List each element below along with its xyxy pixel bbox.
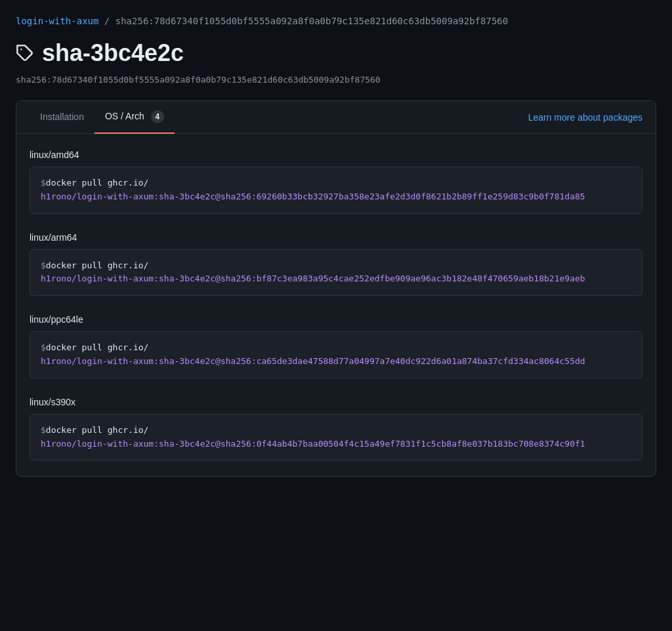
code-cmd-prefix: docker pull ghcr.io/ <box>46 259 149 273</box>
code-prompt: $ <box>41 176 46 190</box>
arch-label: linux/ppc64le <box>30 314 642 325</box>
code-block: $ docker pull ghcr.io/h1rono/login-with-… <box>30 414 642 461</box>
arch-label: linux/arm64 <box>30 232 642 243</box>
tabs-left: Installation OS / Arch 4 <box>30 101 175 133</box>
code-link-part[interactable]: h1rono/login-with-axum:sha-3bc4e2c@sha25… <box>41 355 585 369</box>
tag-icon <box>16 44 34 62</box>
tab-installation[interactable]: Installation <box>30 102 94 132</box>
arch-label: linux/s390x <box>30 397 642 407</box>
breadcrumb: login-with-axum / sha256:78d67340f1055d0… <box>16 16 656 26</box>
sha-subtitle: sha256:78d67340f1055d0bf5555a092a8f0a0b7… <box>16 75 656 85</box>
tabs-container: Installation OS / Arch 4 Learn more abou… <box>16 100 656 477</box>
code-prompt: $ <box>41 341 46 355</box>
tabs-body: linux/amd64$ docker pull ghcr.io/h1rono/… <box>16 134 656 476</box>
arch-label: linux/amd64 <box>30 150 642 160</box>
code-prompt: $ <box>41 259 46 273</box>
tabs-header: Installation OS / Arch 4 Learn more abou… <box>16 101 656 134</box>
code-line: $ docker pull ghcr.io/h1rono/login-with-… <box>41 259 631 287</box>
breadcrumb-current: sha256:78d67340f1055d0bf5555a092a8f0a0b7… <box>116 16 508 26</box>
code-link-part[interactable]: h1rono/login-with-axum:sha-3bc4e2c@sha25… <box>41 272 585 286</box>
code-cmd-prefix: docker pull ghcr.io/ <box>46 341 149 355</box>
code-link-part[interactable]: h1rono/login-with-axum:sha-3bc4e2c@sha25… <box>41 438 585 451</box>
code-line: $ docker pull ghcr.io/h1rono/login-with-… <box>41 341 631 369</box>
code-block: $ docker pull ghcr.io/h1rono/login-with-… <box>30 167 642 214</box>
code-block: $ docker pull ghcr.io/h1rono/login-with-… <box>30 249 642 296</box>
code-link-part[interactable]: h1rono/login-with-axum:sha-3bc4e2c@sha25… <box>41 190 585 204</box>
arch-section: linux/amd64$ docker pull ghcr.io/h1rono/… <box>30 150 642 214</box>
code-line: $ docker pull ghcr.io/h1rono/login-with-… <box>41 424 631 451</box>
tab-os-arch-badge: 4 <box>151 110 164 123</box>
page-title-area: sha-3bc4e2c <box>16 39 656 67</box>
code-block: $ docker pull ghcr.io/h1rono/login-with-… <box>30 331 642 378</box>
arch-section: linux/ppc64le$ docker pull ghcr.io/h1ron… <box>30 314 642 378</box>
code-prompt: $ <box>41 424 46 438</box>
breadcrumb-link[interactable]: login-with-axum <box>16 16 98 26</box>
code-cmd-prefix: docker pull ghcr.io/ <box>46 176 149 190</box>
page-title: sha-3bc4e2c <box>42 39 184 67</box>
tabs-right: Learn more about packages <box>528 112 642 123</box>
arch-section: linux/s390x$ docker pull ghcr.io/h1rono/… <box>30 397 642 461</box>
tab-os-arch[interactable]: OS / Arch 4 <box>94 101 175 134</box>
arch-section: linux/arm64$ docker pull ghcr.io/h1rono/… <box>30 232 642 296</box>
arch-sections-container: linux/amd64$ docker pull ghcr.io/h1rono/… <box>30 150 642 460</box>
learn-more-link[interactable]: Learn more about packages <box>528 112 642 123</box>
code-cmd-prefix: docker pull ghcr.io/ <box>46 424 149 438</box>
code-line: $ docker pull ghcr.io/h1rono/login-with-… <box>41 176 631 204</box>
breadcrumb-separator: / <box>98 16 115 26</box>
